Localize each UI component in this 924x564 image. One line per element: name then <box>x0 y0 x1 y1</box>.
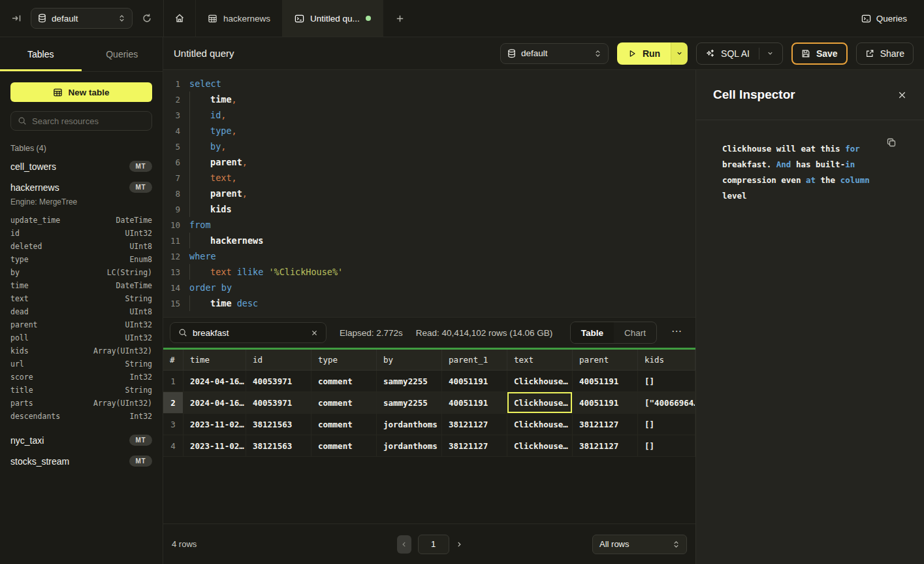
line-number: 15 <box>163 299 180 308</box>
new-table-button[interactable]: New table <box>10 82 152 102</box>
table-cell[interactable]: Clickhouse… <box>507 414 573 435</box>
sql-editor[interactable]: 1select2time,3id,4type,5by,6parent,7text… <box>163 70 695 317</box>
table-cell[interactable]: 40053971 <box>246 392 311 413</box>
table-cell[interactable]: 2023-11-02… <box>183 414 246 435</box>
sidebar-table-cell_towers[interactable]: cell_towersMT <box>0 156 163 176</box>
new-tab-button[interactable] <box>383 0 417 37</box>
table-row[interactable]: 42023-11-02…38121563commentjordanthoms38… <box>163 435 695 457</box>
page-size-selector[interactable]: All rows <box>592 535 687 554</box>
queries-button[interactable]: Queries <box>844 0 924 37</box>
table-cell[interactable]: comment <box>311 435 377 456</box>
next-page-button[interactable] <box>456 541 462 548</box>
table-cell[interactable]: comment <box>311 414 377 435</box>
column-header-num[interactable]: # <box>163 350 183 370</box>
view-toggle-table[interactable]: Table <box>571 322 614 343</box>
code-token: hackernews <box>210 235 263 246</box>
run-options-caret[interactable] <box>671 42 688 65</box>
collapse-sidebar-button[interactable] <box>8 10 24 26</box>
tab-hackernews[interactable]: hackernews <box>196 0 283 37</box>
sidebar-table-stocks_stream[interactable]: stocks_streamMT <box>0 450 163 471</box>
run-button-main[interactable]: Run <box>617 42 671 65</box>
previous-page-button[interactable] <box>397 535 411 554</box>
share-button[interactable]: Share <box>856 42 914 65</box>
tab-untitled-query[interactable]: Untitled qu... <box>283 0 383 37</box>
indent-guide <box>189 123 210 139</box>
table-cell[interactable]: sammy2255 <box>377 371 442 391</box>
table-cell[interactable]: jordanthoms <box>377 414 442 435</box>
table-row[interactable]: 22024-04-16…40053971commentsammy22554005… <box>163 392 695 414</box>
tables-section-label: Tables (4) <box>10 144 152 153</box>
run-button[interactable]: Run <box>617 42 688 65</box>
table-cell[interactable]: 38121127 <box>573 414 638 435</box>
table-row[interactable]: 32023-11-02…38121563commentjordanthoms38… <box>163 414 695 435</box>
table-cell[interactable]: 2024-04-16… <box>183 371 246 391</box>
column-name: deleted <box>10 242 42 251</box>
table-cell[interactable]: [] <box>638 371 695 391</box>
table-cell[interactable]: Clickhouse… <box>507 435 573 456</box>
line-code: type, <box>189 123 237 139</box>
clear-search-icon[interactable] <box>311 329 318 337</box>
indent-guide <box>189 91 210 107</box>
table-cell[interactable]: 40051191 <box>573 371 638 391</box>
toolbar-actions: default Run <box>500 42 914 65</box>
column-header-kids[interactable]: kids <box>638 350 695 370</box>
table-cell[interactable]: 2023-11-02… <box>183 435 246 456</box>
table-cell[interactable]: 38121563 <box>246 435 311 456</box>
more-options-button[interactable]: ⋯ <box>670 325 689 341</box>
table-cell[interactable]: 38121127 <box>573 435 638 456</box>
table-columns-list: update_timeDateTimeidUInt32deletedUInt8t… <box>0 212 163 429</box>
view-toggle-chart[interactable]: Chart <box>614 322 656 343</box>
copy-cell-button[interactable] <box>886 137 897 148</box>
table-cell[interactable]: 38121563 <box>246 414 311 435</box>
column-row: textString <box>10 292 152 305</box>
results-search-input[interactable] <box>193 328 306 338</box>
table-cell[interactable]: 38121127 <box>442 414 507 435</box>
table-cell[interactable]: [] <box>638 414 695 435</box>
save-button[interactable]: Save <box>791 42 848 65</box>
indent-guide <box>189 233 210 248</box>
table-row[interactable]: 12024-04-16…40053971commentsammy22554005… <box>163 371 695 392</box>
sql-ai-button[interactable]: SQL AI <box>696 42 783 65</box>
sidebar-tab-tables[interactable]: Tables <box>0 37 82 71</box>
table-cell[interactable]: 40053971 <box>246 371 311 391</box>
database-selector[interactable]: default <box>31 8 133 29</box>
table-cell[interactable]: comment <box>311 371 377 391</box>
indent-guide <box>189 107 210 123</box>
toolbar-database-selector[interactable]: default <box>500 43 609 64</box>
table-cell[interactable]: 40051191 <box>442 392 507 413</box>
column-header-time[interactable]: time <box>183 350 246 370</box>
unsaved-changes-dot <box>366 16 371 21</box>
sidebar-table-hackernews[interactable]: hackernewsMT <box>0 176 163 197</box>
sidebar-table-nyc_taxi[interactable]: nyc_taxiMT <box>0 429 163 450</box>
table-cell[interactable]: 38121127 <box>442 435 507 456</box>
sidebar-tab-queries[interactable]: Queries <box>82 37 163 71</box>
editor-line: 14order by <box>163 280 695 295</box>
new-table-label: New table <box>68 88 109 97</box>
table-cell[interactable]: 40051191 <box>442 371 507 391</box>
topbar-left: default <box>0 0 163 37</box>
table-cell[interactable]: 2024-04-16… <box>183 392 246 413</box>
refresh-button[interactable] <box>139 10 155 26</box>
table-cell[interactable]: ["40066964… <box>638 392 695 413</box>
table-cell[interactable]: [] <box>638 435 695 456</box>
inspector-token: level <box>722 191 747 201</box>
table-cell[interactable]: 40051191 <box>573 392 638 413</box>
column-header-id[interactable]: id <box>246 350 311 370</box>
table-cell[interactable]: Clickhouse… <box>507 392 573 413</box>
column-header-type[interactable]: type <box>311 350 377 370</box>
code-token <box>232 298 237 308</box>
table-cell[interactable]: sammy2255 <box>377 392 442 413</box>
code-token: select <box>189 78 221 89</box>
table-cell[interactable]: Clickhouse… <box>507 371 573 391</box>
column-header-text[interactable]: text <box>507 350 573 370</box>
column-header-by[interactable]: by <box>377 350 442 370</box>
toolbar-database-value: default <box>521 48 589 58</box>
table-cell[interactable]: jordanthoms <box>377 435 442 456</box>
close-inspector-button[interactable] <box>897 90 907 100</box>
search-resources-input[interactable] <box>32 116 145 126</box>
column-header-parent[interactable]: parent <box>573 350 638 370</box>
page-number-input[interactable] <box>418 535 449 554</box>
table-cell[interactable]: comment <box>311 392 377 413</box>
column-header-parent_1[interactable]: parent_1 <box>442 350 507 370</box>
tab-home[interactable] <box>164 0 196 37</box>
